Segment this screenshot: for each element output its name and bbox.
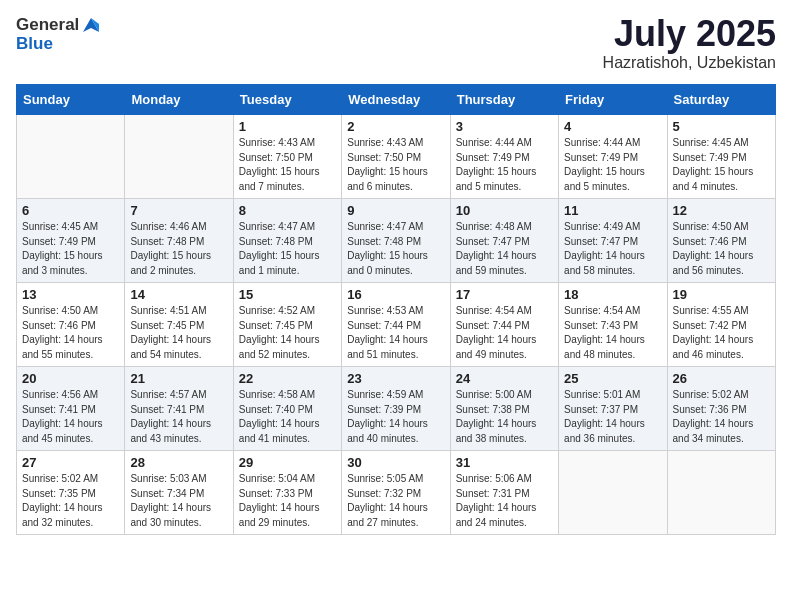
calendar-cell: 16Sunrise: 4:53 AM Sunset: 7:44 PM Dayli…: [342, 283, 450, 367]
calendar-title: July 2025: [603, 16, 776, 52]
day-info: Sunrise: 4:54 AM Sunset: 7:43 PM Dayligh…: [564, 304, 661, 362]
col-friday: Friday: [559, 85, 667, 115]
calendar-header-row: Sunday Monday Tuesday Wednesday Thursday…: [17, 85, 776, 115]
calendar-cell: 25Sunrise: 5:01 AM Sunset: 7:37 PM Dayli…: [559, 367, 667, 451]
day-info: Sunrise: 4:45 AM Sunset: 7:49 PM Dayligh…: [22, 220, 119, 278]
calendar-week-row: 6Sunrise: 4:45 AM Sunset: 7:49 PM Daylig…: [17, 199, 776, 283]
day-info: Sunrise: 5:00 AM Sunset: 7:38 PM Dayligh…: [456, 388, 553, 446]
calendar-cell: 22Sunrise: 4:58 AM Sunset: 7:40 PM Dayli…: [233, 367, 341, 451]
calendar-cell: 21Sunrise: 4:57 AM Sunset: 7:41 PM Dayli…: [125, 367, 233, 451]
calendar-week-row: 13Sunrise: 4:50 AM Sunset: 7:46 PM Dayli…: [17, 283, 776, 367]
calendar-cell: [125, 115, 233, 199]
day-number: 10: [456, 203, 553, 218]
calendar-body: 1Sunrise: 4:43 AM Sunset: 7:50 PM Daylig…: [17, 115, 776, 535]
day-info: Sunrise: 5:03 AM Sunset: 7:34 PM Dayligh…: [130, 472, 227, 530]
calendar-cell: 20Sunrise: 4:56 AM Sunset: 7:41 PM Dayli…: [17, 367, 125, 451]
calendar-week-row: 1Sunrise: 4:43 AM Sunset: 7:50 PM Daylig…: [17, 115, 776, 199]
calendar-cell: 15Sunrise: 4:52 AM Sunset: 7:45 PM Dayli…: [233, 283, 341, 367]
day-info: Sunrise: 4:48 AM Sunset: 7:47 PM Dayligh…: [456, 220, 553, 278]
title-block: July 2025 Hazratishoh, Uzbekistan: [603, 16, 776, 72]
day-info: Sunrise: 4:46 AM Sunset: 7:48 PM Dayligh…: [130, 220, 227, 278]
day-info: Sunrise: 5:05 AM Sunset: 7:32 PM Dayligh…: [347, 472, 444, 530]
day-number: 7: [130, 203, 227, 218]
calendar-cell: 12Sunrise: 4:50 AM Sunset: 7:46 PM Dayli…: [667, 199, 775, 283]
day-number: 3: [456, 119, 553, 134]
calendar-cell: 4Sunrise: 4:44 AM Sunset: 7:49 PM Daylig…: [559, 115, 667, 199]
day-info: Sunrise: 4:57 AM Sunset: 7:41 PM Dayligh…: [130, 388, 227, 446]
day-number: 8: [239, 203, 336, 218]
calendar-cell: 19Sunrise: 4:55 AM Sunset: 7:42 PM Dayli…: [667, 283, 775, 367]
day-number: 1: [239, 119, 336, 134]
day-info: Sunrise: 4:52 AM Sunset: 7:45 PM Dayligh…: [239, 304, 336, 362]
calendar-cell: 27Sunrise: 5:02 AM Sunset: 7:35 PM Dayli…: [17, 451, 125, 535]
calendar-cell: 2Sunrise: 4:43 AM Sunset: 7:50 PM Daylig…: [342, 115, 450, 199]
col-tuesday: Tuesday: [233, 85, 341, 115]
day-number: 9: [347, 203, 444, 218]
calendar-cell: [559, 451, 667, 535]
calendar-cell: 3Sunrise: 4:44 AM Sunset: 7:49 PM Daylig…: [450, 115, 558, 199]
calendar-cell: [667, 451, 775, 535]
day-number: 11: [564, 203, 661, 218]
calendar-week-row: 20Sunrise: 4:56 AM Sunset: 7:41 PM Dayli…: [17, 367, 776, 451]
calendar-cell: 24Sunrise: 5:00 AM Sunset: 7:38 PM Dayli…: [450, 367, 558, 451]
day-number: 19: [673, 287, 770, 302]
day-info: Sunrise: 4:54 AM Sunset: 7:44 PM Dayligh…: [456, 304, 553, 362]
day-info: Sunrise: 4:44 AM Sunset: 7:49 PM Dayligh…: [564, 136, 661, 194]
page-container: General Blue July 2025 Hazratishoh, Uzbe…: [0, 0, 792, 551]
day-info: Sunrise: 4:56 AM Sunset: 7:41 PM Dayligh…: [22, 388, 119, 446]
day-number: 26: [673, 371, 770, 386]
day-number: 12: [673, 203, 770, 218]
day-info: Sunrise: 4:45 AM Sunset: 7:49 PM Dayligh…: [673, 136, 770, 194]
day-number: 18: [564, 287, 661, 302]
day-info: Sunrise: 4:44 AM Sunset: 7:49 PM Dayligh…: [456, 136, 553, 194]
day-number: 14: [130, 287, 227, 302]
calendar-cell: 17Sunrise: 4:54 AM Sunset: 7:44 PM Dayli…: [450, 283, 558, 367]
day-info: Sunrise: 5:01 AM Sunset: 7:37 PM Dayligh…: [564, 388, 661, 446]
calendar-cell: 30Sunrise: 5:05 AM Sunset: 7:32 PM Dayli…: [342, 451, 450, 535]
day-number: 22: [239, 371, 336, 386]
page-header: General Blue July 2025 Hazratishoh, Uzbe…: [16, 16, 776, 72]
calendar-cell: 10Sunrise: 4:48 AM Sunset: 7:47 PM Dayli…: [450, 199, 558, 283]
day-number: 31: [456, 455, 553, 470]
calendar-cell: 1Sunrise: 4:43 AM Sunset: 7:50 PM Daylig…: [233, 115, 341, 199]
day-info: Sunrise: 4:55 AM Sunset: 7:42 PM Dayligh…: [673, 304, 770, 362]
col-saturday: Saturday: [667, 85, 775, 115]
calendar-location: Hazratishoh, Uzbekistan: [603, 54, 776, 72]
calendar-cell: 13Sunrise: 4:50 AM Sunset: 7:46 PM Dayli…: [17, 283, 125, 367]
calendar-cell: 31Sunrise: 5:06 AM Sunset: 7:31 PM Dayli…: [450, 451, 558, 535]
col-wednesday: Wednesday: [342, 85, 450, 115]
day-info: Sunrise: 4:43 AM Sunset: 7:50 PM Dayligh…: [239, 136, 336, 194]
day-info: Sunrise: 5:02 AM Sunset: 7:35 PM Dayligh…: [22, 472, 119, 530]
calendar-cell: 8Sunrise: 4:47 AM Sunset: 7:48 PM Daylig…: [233, 199, 341, 283]
logo-blue-text: Blue: [16, 35, 53, 54]
col-sunday: Sunday: [17, 85, 125, 115]
day-info: Sunrise: 5:04 AM Sunset: 7:33 PM Dayligh…: [239, 472, 336, 530]
calendar-cell: 26Sunrise: 5:02 AM Sunset: 7:36 PM Dayli…: [667, 367, 775, 451]
day-number: 30: [347, 455, 444, 470]
day-number: 29: [239, 455, 336, 470]
day-number: 16: [347, 287, 444, 302]
calendar-cell: 18Sunrise: 4:54 AM Sunset: 7:43 PM Dayli…: [559, 283, 667, 367]
logo-arrow-icon: [81, 16, 99, 34]
day-info: Sunrise: 4:49 AM Sunset: 7:47 PM Dayligh…: [564, 220, 661, 278]
day-number: 23: [347, 371, 444, 386]
calendar-cell: 29Sunrise: 5:04 AM Sunset: 7:33 PM Dayli…: [233, 451, 341, 535]
day-number: 2: [347, 119, 444, 134]
day-info: Sunrise: 4:50 AM Sunset: 7:46 PM Dayligh…: [673, 220, 770, 278]
calendar-cell: [17, 115, 125, 199]
day-number: 5: [673, 119, 770, 134]
day-number: 25: [564, 371, 661, 386]
day-number: 13: [22, 287, 119, 302]
day-number: 20: [22, 371, 119, 386]
day-number: 28: [130, 455, 227, 470]
calendar-cell: 14Sunrise: 4:51 AM Sunset: 7:45 PM Dayli…: [125, 283, 233, 367]
day-number: 6: [22, 203, 119, 218]
day-number: 21: [130, 371, 227, 386]
calendar-cell: 11Sunrise: 4:49 AM Sunset: 7:47 PM Dayli…: [559, 199, 667, 283]
col-monday: Monday: [125, 85, 233, 115]
calendar-table: Sunday Monday Tuesday Wednesday Thursday…: [16, 84, 776, 535]
calendar-cell: 6Sunrise: 4:45 AM Sunset: 7:49 PM Daylig…: [17, 199, 125, 283]
calendar-week-row: 27Sunrise: 5:02 AM Sunset: 7:35 PM Dayli…: [17, 451, 776, 535]
day-number: 4: [564, 119, 661, 134]
day-number: 15: [239, 287, 336, 302]
